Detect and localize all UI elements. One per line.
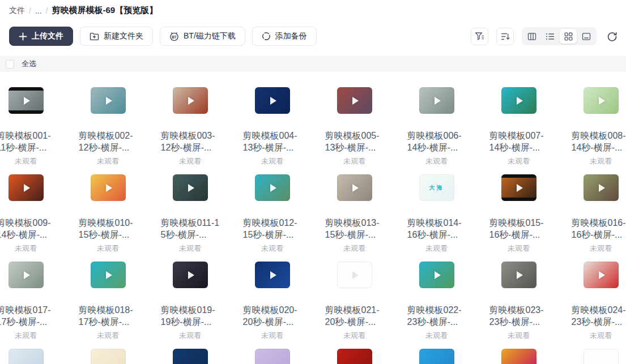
play-icon: [173, 174, 208, 201]
file-card: 剪映模板002-12秒-横屏-... 未观看: [67, 87, 149, 174]
file-title[interactable]: 剪映模板022-23秒-横屏-...: [407, 304, 466, 328]
new-folder-button[interactable]: 新建文件夹: [80, 27, 153, 46]
file-title[interactable]: 剪映模板016-16秒-横屏-...: [572, 217, 626, 241]
file-card: 剪映模板012-15秒-横屏-... 未观看: [231, 174, 313, 262]
play-icon: [91, 174, 126, 201]
file-title[interactable]: 剪映模板009-14秒-横屏-...: [0, 217, 56, 241]
file-title[interactable]: 剪映模板012-15秒-横屏-...: [243, 217, 302, 241]
breadcrumb-ellipsis[interactable]: ...: [35, 6, 42, 15]
video-thumbnail[interactable]: [173, 262, 208, 288]
file-title[interactable]: 剪映模板002-12秒-横屏-...: [79, 130, 138, 153]
video-thumbnail[interactable]: [8, 174, 44, 201]
file-card: [478, 349, 560, 364]
file-title[interactable]: 剪映模板020-20秒-横屏-...: [243, 304, 302, 328]
file-card: 剪映模板017-17秒-横屏-... 未观看: [0, 262, 67, 349]
view-list-button[interactable]: [542, 29, 559, 44]
video-thumbnail[interactable]: [173, 87, 208, 114]
video-thumbnail[interactable]: [419, 349, 454, 364]
file-title[interactable]: 剪映模板017-17秒-横屏-...: [0, 304, 56, 328]
watch-status-label: 未观看: [407, 331, 466, 341]
sort-button[interactable]: [496, 28, 514, 45]
watch-status-label: 未观看: [161, 243, 220, 254]
video-thumbnail[interactable]: [8, 349, 44, 364]
file-title[interactable]: 剪映模板019-19秒-横屏-...: [161, 304, 220, 328]
file-card: 剪映模板004-13秒-横屏-... 未观看: [231, 87, 313, 174]
sync-circle-icon: [262, 32, 271, 41]
video-thumbnail[interactable]: [91, 87, 126, 114]
video-thumbnail[interactable]: 大海: [419, 174, 454, 201]
file-title[interactable]: 剪映模板006-14秒-横屏-...: [407, 130, 466, 153]
file-title[interactable]: 剪映模板023-23秒-横屏-...: [489, 304, 548, 328]
new-folder-label: 新建文件夹: [104, 31, 143, 41]
video-thumbnail[interactable]: [584, 349, 619, 364]
file-card: [560, 349, 626, 364]
video-thumbnail[interactable]: [255, 87, 290, 114]
view-grid-button[interactable]: [560, 29, 577, 44]
breadcrumb-root[interactable]: 文件: [9, 6, 25, 16]
bt-magnet-download-button[interactable]: BT BT/磁力链下载: [160, 27, 245, 46]
view-columns-button[interactable]: [523, 29, 540, 44]
video-thumbnail[interactable]: [8, 87, 44, 114]
play-icon: [337, 87, 372, 114]
upload-file-button[interactable]: 上传文件: [9, 27, 73, 46]
watch-status-label: 未观看: [0, 243, 56, 254]
play-icon: [255, 174, 290, 201]
select-all-checkbox[interactable]: [6, 60, 14, 68]
video-thumbnail[interactable]: [337, 87, 372, 114]
video-thumbnail[interactable]: [255, 262, 290, 288]
file-title[interactable]: 剪映模板007-14秒-横屏-...: [489, 130, 548, 153]
video-thumbnail[interactable]: [91, 349, 126, 364]
file-title[interactable]: 剪映模板008-14秒-横屏-...: [572, 130, 626, 153]
video-thumbnail[interactable]: [501, 262, 536, 288]
video-thumbnail[interactable]: [501, 87, 536, 114]
file-title[interactable]: 剪映模板021-20秒-横屏-...: [325, 304, 384, 328]
video-thumbnail[interactable]: [501, 349, 536, 364]
file-title[interactable]: 剪映模板018-17秒-横屏-...: [79, 304, 138, 328]
file-card: 剪映模板016-16秒-横屏-... 未观看: [560, 174, 626, 262]
video-thumbnail[interactable]: [337, 349, 372, 364]
file-title[interactable]: 剪映模板013-15秒-横屏-...: [325, 217, 384, 241]
filter-button[interactable]: [471, 28, 488, 45]
video-thumbnail[interactable]: [91, 262, 126, 288]
play-icon: [91, 262, 126, 288]
file-card: [0, 349, 67, 364]
file-title[interactable]: 剪映模板005-13秒-横屏-...: [325, 130, 384, 153]
file-title[interactable]: 剪映模板015-16秒-横屏-...: [489, 217, 548, 241]
video-thumbnail[interactable]: [173, 349, 208, 364]
file-title[interactable]: 剪映模板003-12秒-横屏-...: [161, 130, 220, 153]
video-thumbnail[interactable]: [255, 174, 290, 201]
video-thumbnail[interactable]: [337, 262, 372, 288]
file-title[interactable]: 剪映模板014-16秒-横屏-...: [407, 217, 466, 241]
video-thumbnail[interactable]: [584, 262, 619, 288]
file-title[interactable]: 剪映模板004-13秒-横屏-...: [243, 130, 302, 153]
play-icon: [337, 174, 372, 201]
watch-status-label: 未观看: [243, 331, 302, 341]
file-card: 剪映模板005-13秒-横屏-... 未观看: [313, 87, 395, 174]
video-thumbnail[interactable]: [501, 174, 536, 201]
video-thumbnail[interactable]: [584, 87, 619, 114]
video-thumbnail[interactable]: [337, 174, 372, 201]
play-icon: [8, 174, 44, 201]
file-title[interactable]: 剪映模板024-23秒-横屏-...: [572, 304, 626, 328]
video-thumbnail[interactable]: [419, 87, 454, 114]
file-title[interactable]: 剪映模板011-15秒-横屏-...: [161, 217, 220, 241]
watch-status-label: 未观看: [79, 243, 138, 254]
add-backup-button[interactable]: 添加备份: [252, 27, 317, 46]
video-thumbnail[interactable]: [584, 174, 619, 201]
file-grid: 剪映模板001-11秒-横屏-... 未观看 剪映模板002-12秒-横屏-..…: [0, 72, 626, 364]
file-title[interactable]: 剪映模板001-11秒-横屏-...: [0, 130, 56, 153]
list-view-icon: [546, 32, 555, 41]
video-thumbnail[interactable]: [255, 349, 290, 364]
watch-status-label: 未观看: [489, 331, 548, 341]
file-card: 剪映模板009-14秒-横屏-... 未观看: [0, 174, 67, 262]
watch-status-label: 未观看: [0, 156, 56, 166]
play-icon: [255, 262, 290, 288]
view-reader-button[interactable]: [578, 29, 595, 44]
sort-descending-icon: [501, 32, 510, 41]
video-thumbnail[interactable]: [91, 174, 126, 201]
file-title[interactable]: 剪映模板010-15秒-横屏-...: [79, 217, 138, 241]
refresh-button[interactable]: [604, 29, 619, 44]
video-thumbnail[interactable]: [173, 174, 208, 201]
video-thumbnail[interactable]: [8, 262, 44, 288]
video-thumbnail[interactable]: [419, 262, 454, 288]
